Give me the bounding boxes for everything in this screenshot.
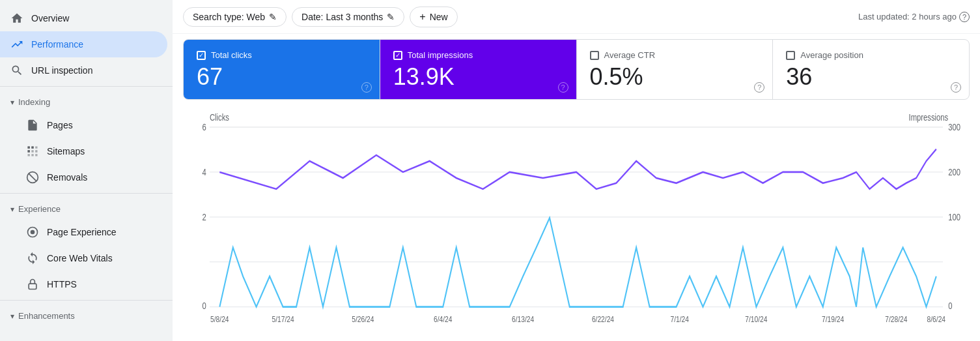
sidebar-item-url-inspection[interactable]: URL inspection <box>0 57 167 83</box>
date-label: Date: Last 3 months <box>301 12 383 22</box>
topbar: Search type: Web ✎ Date: Last 3 months ✎… <box>173 0 980 34</box>
svg-text:5/17/24: 5/17/24 <box>272 314 294 323</box>
metric-card-total-impressions[interactable]: Total impressions 13.9K ? <box>380 40 577 99</box>
new-button[interactable]: + New <box>410 7 457 27</box>
chevron-right-icon: ▾ <box>10 312 14 321</box>
svg-text:0: 0 <box>203 301 206 312</box>
metric-card-avg-ctr[interactable]: Average CTR 0.5% ? <box>577 40 774 99</box>
help-icon-impressions[interactable]: ? <box>558 82 568 93</box>
metric-checkbox-position[interactable] <box>786 51 795 60</box>
new-label: New <box>430 12 448 22</box>
sidebar-item-overview[interactable]: Overview <box>0 5 167 31</box>
metric-value-impressions: 13.9K <box>393 65 563 89</box>
sidebar-enhancements-header[interactable]: ▾ Enhancements <box>0 306 173 326</box>
svg-text:200: 200 <box>948 167 960 178</box>
sitemaps-icon <box>26 145 39 158</box>
svg-text:4: 4 <box>203 167 206 178</box>
sidebar-item-sitemaps[interactable]: Sitemaps <box>0 138 167 164</box>
metric-checkbox-impressions[interactable] <box>393 51 402 60</box>
metric-card-avg-position[interactable]: Average position 36 ? <box>773 40 969 99</box>
metric-header-impressions: Total impressions <box>393 50 563 60</box>
sidebar-item-core-web-vitals[interactable]: Core Web Vitals <box>0 245 167 271</box>
svg-text:7/1/24: 7/1/24 <box>670 314 689 323</box>
sidebar-removals-label: Removals <box>47 172 87 183</box>
divider-1 <box>0 86 173 87</box>
main-content: Search type: Web ✎ Date: Last 3 months ✎… <box>173 0 980 341</box>
sidebar-item-removals[interactable]: Removals <box>0 164 167 190</box>
chart-svg: 6 4 2 0 Clicks 300 200 100 0 Impressions… <box>183 110 970 331</box>
sidebar-overview-label: Overview <box>31 13 69 23</box>
svg-text:0: 0 <box>948 301 952 312</box>
sidebar-https-label: HTTPS <box>47 279 77 289</box>
trend-icon <box>10 38 23 51</box>
svg-text:5/26/24: 5/26/24 <box>352 314 374 323</box>
removals-icon <box>26 171 39 184</box>
metric-header-clicks: Total clicks <box>197 50 367 60</box>
svg-rect-2 <box>31 147 33 149</box>
date-filter[interactable]: Date: Last 3 months ✎ <box>292 7 404 27</box>
svg-text:8/6/24: 8/6/24 <box>927 314 946 323</box>
edit-icon: ✎ <box>269 12 277 22</box>
metric-checkbox-ctr[interactable] <box>590 51 599 60</box>
svg-text:5/8/24: 5/8/24 <box>210 314 229 323</box>
sidebar-item-pages[interactable]: Pages <box>0 112 167 138</box>
svg-rect-0 <box>28 147 30 149</box>
svg-text:300: 300 <box>948 122 960 133</box>
search-type-filter[interactable]: Search type: Web ✎ <box>183 7 287 27</box>
svg-text:Clicks: Clicks <box>210 111 229 123</box>
home-icon <box>10 12 23 25</box>
divider-3 <box>0 300 173 301</box>
sidebar-pages-label: Pages <box>47 120 73 130</box>
sidebar-item-https[interactable]: HTTPS <box>0 271 167 297</box>
sidebar-url-inspection-label: URL inspection <box>31 65 92 76</box>
metric-value-position: 36 <box>786 65 956 89</box>
sidebar-core-web-vitals-label: Core Web Vitals <box>47 253 113 263</box>
help-icon-ctr[interactable]: ? <box>754 82 764 93</box>
chevron-down-icon: ▾ <box>10 98 14 107</box>
page-experience-icon <box>26 226 39 239</box>
metric-value-ctr: 0.5% <box>590 65 760 89</box>
metric-value-clicks: 67 <box>197 65 367 89</box>
metric-card-total-clicks[interactable]: Total clicks 67 ? <box>184 40 380 99</box>
sidebar-item-performance[interactable]: Performance <box>0 31 167 57</box>
metric-cards: Total clicks 67 ? Total impressions 13.9… <box>183 39 970 100</box>
sidebar-item-page-experience[interactable]: Page Experience <box>0 219 167 245</box>
chart-area: 6 4 2 0 Clicks 300 200 100 0 Impressions… <box>173 105 980 341</box>
svg-text:6: 6 <box>203 122 206 133</box>
metric-label-impressions: Total impressions <box>408 50 473 60</box>
svg-point-6 <box>31 230 35 235</box>
chevron-down-icon-2: ▾ <box>10 205 14 214</box>
svg-text:7/10/24: 7/10/24 <box>745 314 768 323</box>
help-icon-clicks[interactable]: ? <box>361 82 372 93</box>
sidebar-page-experience-label: Page Experience <box>47 227 117 237</box>
last-updated: Last updated: 2 hours ago ? <box>858 12 970 22</box>
help-icon[interactable]: ? <box>959 12 970 22</box>
metric-label-clicks: Total clicks <box>211 50 252 60</box>
sidebar-indexing-header[interactable]: ▾ Indexing <box>0 92 173 112</box>
divider-2 <box>0 193 173 194</box>
search-icon <box>10 64 23 77</box>
core-web-vitals-icon <box>26 252 39 265</box>
sidebar-experience-header[interactable]: ▾ Experience <box>0 199 173 219</box>
metric-checkbox-clicks[interactable] <box>197 51 206 60</box>
svg-rect-1 <box>28 150 30 152</box>
edit-icon-2: ✎ <box>387 12 395 22</box>
metric-label-ctr: Average CTR <box>604 50 656 60</box>
svg-text:6/22/24: 6/22/24 <box>592 314 615 323</box>
last-updated-text: Last updated: 2 hours ago <box>858 12 957 22</box>
sidebar-indexing-label: Indexing <box>18 97 50 107</box>
metric-header-ctr: Average CTR <box>590 50 760 60</box>
help-icon-position[interactable]: ? <box>951 82 961 93</box>
svg-text:Impressions: Impressions <box>909 111 949 123</box>
svg-rect-7 <box>29 284 36 289</box>
search-type-label: Search type: Web <box>193 12 265 22</box>
sidebar-performance-label: Performance <box>31 39 83 50</box>
sidebar-sitemaps-label: Sitemaps <box>47 146 85 156</box>
svg-text:6/4/24: 6/4/24 <box>434 314 453 323</box>
svg-text:2: 2 <box>203 212 206 223</box>
svg-text:100: 100 <box>948 212 960 223</box>
sidebar: Overview Performance URL inspection ▾ In… <box>0 0 173 341</box>
pages-icon <box>26 119 39 132</box>
svg-text:7/19/24: 7/19/24 <box>822 314 845 323</box>
sidebar-experience-label: Experience <box>18 204 61 214</box>
